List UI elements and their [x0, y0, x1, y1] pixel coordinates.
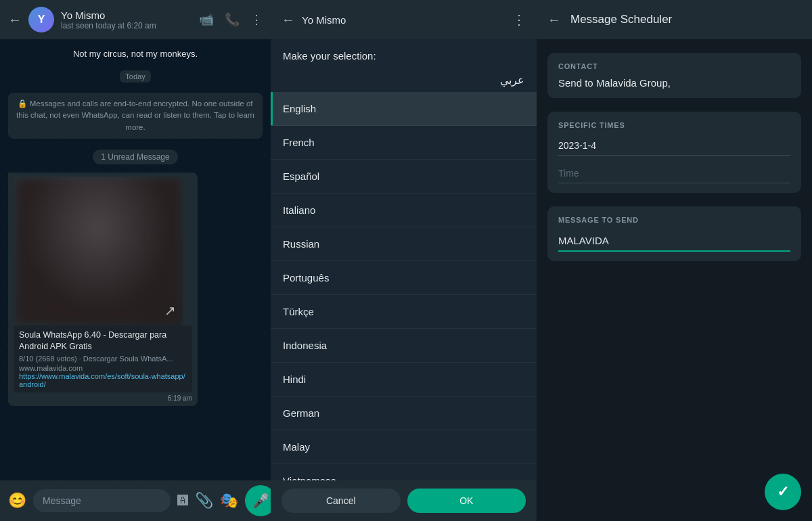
contact-label: CONTACT [558, 62, 790, 70]
scheduler-title: Message Scheduler [570, 13, 672, 26]
emoji-icon[interactable]: 😊 [8, 492, 26, 509]
avatar: Y [28, 7, 54, 32]
message-to-send-input[interactable] [558, 231, 790, 252]
link-preview: Soula WhatsApp 6.40 - Descargar para And… [14, 325, 192, 392]
video-call-icon[interactable]: 📹 [199, 12, 214, 27]
language-bottom-bar: Cancel OK [271, 480, 537, 521]
language-ok-button[interactable]: OK [407, 489, 526, 513]
chat-back-button[interactable]: ← [8, 12, 22, 28]
encryption-notice[interactable]: 🔒 Messages and calls are end-to-end encr… [8, 93, 263, 139]
message-input[interactable] [33, 489, 171, 512]
language-header-title: Yo Mismo [302, 14, 346, 26]
chat-messages: Not my circus, not my monkeys. Today 🔒 M… [0, 39, 271, 480]
language-item-russian[interactable]: Russian [271, 227, 537, 261]
scheduler-header: ← Message Scheduler [537, 0, 812, 39]
message-image: ↗ [14, 177, 183, 325]
mic-button[interactable]: 🎤 [245, 485, 271, 516]
chat-header-actions: 📹 📞 ⋮ [199, 12, 263, 27]
link-title: Soula WhatsApp 6.40 - Descargar para And… [19, 330, 187, 353]
chat-header: ← Y Yo Mismo last seen today at 6:20 am … [0, 0, 271, 39]
date-divider: Today [8, 70, 263, 82]
language-item-espanol[interactable]: Español [271, 160, 537, 194]
mic-icon: 🎤 [252, 493, 269, 509]
language-item-hindi[interactable]: Hindi [271, 363, 537, 397]
scheduler-panel: ← Message Scheduler CONTACT Send to Mala… [537, 0, 812, 521]
language-more-icon[interactable]: ⋮ [512, 12, 526, 28]
chat-input-bar: 😊 🅰 📎 🎭 🎤 [0, 480, 271, 521]
blurred-image [14, 177, 183, 325]
more-options-icon[interactable]: ⋮ [250, 12, 263, 27]
link-url[interactable]: https://www.malavida.com/es/soft/soula-w… [19, 372, 187, 388]
language-panel: ← Yo Mismo ⋮ Make your selection: عربي E… [271, 0, 537, 521]
language-header: ← Yo Mismo ⋮ [271, 0, 537, 39]
message-bubble: ↗ Soula WhatsApp 6.40 - Descargar para A… [8, 173, 198, 406]
arabic-label: عربي [271, 68, 537, 92]
language-item-indonesia[interactable]: Indonesia [271, 329, 537, 363]
voice-call-icon[interactable]: 📞 [225, 12, 240, 27]
link-domain: www.malavida.com [19, 364, 187, 372]
scheduler-back-button[interactable]: ← [547, 12, 561, 28]
translate-icon[interactable]: 🅰 [177, 495, 188, 507]
unread-message-badge: 1 Unread Message [8, 150, 263, 164]
language-item-portugues[interactable]: Português [271, 261, 537, 295]
checkmark-icon: ✓ [777, 483, 789, 501]
language-back-button[interactable]: ← [281, 12, 295, 28]
message-to-send-section: MESSAGE TO SEND [547, 206, 801, 261]
link-meta: 8/10 (2668 votos) · Descargar Soula What… [19, 355, 187, 363]
date-input[interactable] [558, 136, 790, 156]
contact-name: Yo Mismo [61, 9, 192, 21]
language-item-vietnamese[interactable]: Vietnamese [271, 464, 537, 480]
language-cancel-button[interactable]: Cancel [281, 489, 401, 513]
language-list: English French Español Italiano Russian … [271, 92, 537, 480]
chat-panel: ← Y Yo Mismo last seen today at 6:20 am … [0, 0, 271, 521]
language-item-turkce[interactable]: Türkçe [271, 295, 537, 329]
share-icon[interactable]: ↗ [164, 302, 176, 319]
scheduler-body: CONTACT Send to Malavida Group, SPECIFIC… [537, 39, 812, 467]
language-item-french[interactable]: French [271, 126, 537, 160]
language-item-malay[interactable]: Malay [271, 430, 537, 464]
sticker-icon[interactable]: 🎭 [220, 492, 238, 509]
language-item-german[interactable]: German [271, 397, 537, 430]
status-message: Not my circus, not my monkeys. [8, 46, 263, 62]
specific-times-section: SPECIFIC TIMES [547, 112, 801, 193]
language-item-italiano[interactable]: Italiano [271, 194, 537, 227]
contact-section: CONTACT Send to Malavida Group, [547, 53, 801, 98]
specific-times-label: SPECIFIC TIMES [558, 121, 790, 129]
chat-header-info: Yo Mismo last seen today at 6:20 am [61, 9, 192, 30]
contact-value: Send to Malavida Group, [558, 77, 790, 89]
scheduler-confirm-button[interactable]: ✓ [765, 474, 801, 510]
message-time: 6:19 am [14, 394, 192, 402]
message-to-send-label: MESSAGE TO SEND [558, 216, 790, 224]
time-input[interactable] [558, 164, 790, 183]
contact-status: last seen today at 6:20 am [61, 21, 192, 30]
scheduler-footer: ✓ [537, 467, 812, 521]
make-selection-label: Make your selection: [271, 39, 537, 68]
attach-icon[interactable]: 📎 [195, 492, 213, 509]
language-item-english[interactable]: English [271, 92, 537, 126]
